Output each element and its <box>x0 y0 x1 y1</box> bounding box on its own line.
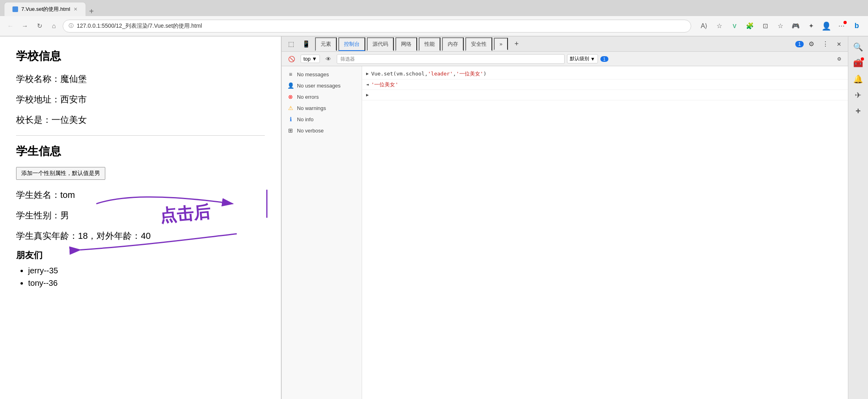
student-section-title: 学生信息 <box>16 144 265 159</box>
devtools-new-tab-button[interactable]: + <box>511 39 522 49</box>
student-name-value: tom <box>60 190 75 200</box>
messages-icon: ≡ <box>287 71 294 77</box>
main-area: 学校信息 学校名称：魔仙堡 学校地址：西安市 校长是：一位美女 学生信息 添加一… <box>0 37 868 399</box>
tool-sidebar-button[interactable]: 🧰 <box>851 56 866 70</box>
refresh-button[interactable]: ↻ <box>34 20 45 32</box>
tab-memory[interactable]: 内存 <box>442 37 464 51</box>
tab-favicon <box>12 6 18 12</box>
student-name-label: 学生姓名： <box>16 190 60 200</box>
friends-title: 朋友们 <box>16 249 265 261</box>
expand-arrow-3[interactable]: ▶ <box>366 92 369 99</box>
principal-line: 校长是：一位美女 <box>16 113 265 127</box>
user-icon: 👤 <box>287 82 294 89</box>
devtools-more-button[interactable]: ⋮ <box>819 39 832 49</box>
right-sidebar: 🔍 🧰 🔔 ✈ + <box>848 37 868 399</box>
notification-sidebar-button[interactable]: 🔔 <box>851 72 866 86</box>
principal-value: 一位美女 <box>51 115 87 125</box>
top-selector[interactable]: top ▼ <box>301 55 320 63</box>
school-section-title: 学校信息 <box>16 49 265 64</box>
tab-more[interactable]: » <box>494 38 508 50</box>
console-sidebar: ≡ No messages 👤 No user messages ⊗ No er… <box>282 66 362 399</box>
devtools-settings-button[interactable]: ⚙ <box>805 39 817 49</box>
copilot-button[interactable]: ✦ <box>805 20 817 33</box>
tab-sources[interactable]: 源代码 <box>367 37 394 51</box>
vuejs-devtools-button[interactable]: V <box>728 20 741 33</box>
filter-no-messages[interactable]: ≡ No messages <box>282 69 362 80</box>
tab-title: 7.Vue.set的使用.html <box>21 6 70 13</box>
console-line-3: ▶ <box>362 90 848 100</box>
bing-button[interactable]: b <box>850 20 863 33</box>
top-label: top <box>303 56 311 62</box>
devtools-settings-gear[interactable]: ⚙ <box>834 55 845 63</box>
tab-performance[interactable]: 性能 <box>419 37 440 51</box>
profile-button[interactable]: 👤 <box>820 20 833 33</box>
verbose-icon: ⊞ <box>287 127 294 134</box>
filter-input[interactable] <box>337 54 565 64</box>
address-text: 127.0.0.1:5500/12_列表渲染/7.Vue.set的使用.html <box>77 22 202 30</box>
console-line-1: ▶ Vue.set(vm.school,'leader','一位美女') <box>362 69 848 79</box>
filter-no-errors[interactable]: ⊗ No errors <box>282 91 362 102</box>
filter-no-user-messages[interactable]: 👤 No user messages <box>282 80 362 91</box>
home-button[interactable]: ⌂ <box>48 20 59 32</box>
active-tab[interactable]: 7.Vue.set的使用.html ✕ <box>4 2 86 16</box>
search-sidebar-button[interactable]: 🔍 <box>851 40 866 54</box>
address-bar[interactable]: ⓘ 127.0.0.1:5500/12_列表渲染/7.Vue.set的使用.ht… <box>63 20 691 33</box>
devtools-inspect-button[interactable]: ⬚ <box>285 39 297 49</box>
student-real-age: 18 <box>78 231 88 241</box>
student-age-label: 学生真实年龄： <box>16 231 78 241</box>
filter-label: No verbose <box>297 128 323 134</box>
dropdown-arrow-icon: ▼ <box>312 56 317 62</box>
read-aloud-button[interactable]: A⟩ <box>698 20 710 33</box>
notification-badge-button[interactable]: ⋯ <box>835 20 848 33</box>
filter-label: No messages <box>297 71 329 77</box>
student-gender-label: 学生性别： <box>16 210 60 220</box>
tab-elements[interactable]: 元素 <box>315 37 337 51</box>
add-gender-button[interactable]: 添加一个性别属性，默认值是男 <box>16 167 105 180</box>
games-button[interactable]: 🎮 <box>789 20 802 33</box>
collections-button[interactable]: ☆ <box>774 20 787 33</box>
student-gender-value: 男 <box>60 210 69 220</box>
page-content: 学校信息 学校名称：魔仙堡 学校地址：西安市 校长是：一位美女 学生信息 添加一… <box>0 37 281 399</box>
list-item: tony--36 <box>28 279 265 288</box>
split-button[interactable]: ⊡ <box>759 20 772 33</box>
friend-list: jerry--35 tony--36 <box>28 266 265 288</box>
expand-arrow-2[interactable]: ◄ <box>366 81 369 88</box>
school-address-line: 学校地址：西安市 <box>16 92 265 106</box>
filter-no-info[interactable]: ℹ No info <box>282 114 362 125</box>
clear-console-button[interactable]: 🚫 <box>285 55 298 63</box>
level-issue-badge: 1 <box>600 56 608 62</box>
forward-button[interactable]: → <box>19 20 31 32</box>
warning-icon: ⚠ <box>287 105 294 111</box>
red-notification-dot <box>861 57 864 61</box>
filter-no-warnings[interactable]: ⚠ No warnings <box>282 102 362 114</box>
level-selector[interactable]: 默认级别 ▼ <box>567 54 598 63</box>
student-external-age-label: ，对外年龄： <box>88 231 141 241</box>
nav-right-icons: A⟩ ☆ V 🧩 ⊡ ☆ 🎮 ✦ 👤 ⋯ b <box>698 20 863 33</box>
info-icon: ⓘ <box>69 22 74 29</box>
student-external-age: 40 <box>141 231 150 241</box>
school-address-value: 西安市 <box>60 94 87 104</box>
new-tab-button[interactable]: + <box>89 7 94 16</box>
favorites-button[interactable]: ☆ <box>713 20 726 33</box>
tab-close-icon[interactable]: ✕ <box>74 6 78 12</box>
student-gender-line: 学生性别：男 <box>16 208 265 222</box>
tab-network[interactable]: 网络 <box>395 37 417 51</box>
devtools-device-button[interactable]: 📱 <box>299 39 313 49</box>
tab-security[interactable]: 安全性 <box>465 37 492 51</box>
devtools-panel: ⬚ 📱 元素 控制台 源代码 网络 性能 内存 安全性 » + 1 ⚙ ⋮ ✕ … <box>281 37 848 399</box>
filter-label: No user messages <box>297 83 340 89</box>
back-button[interactable]: ← <box>5 20 16 32</box>
eye-button[interactable]: 👁 <box>322 55 334 63</box>
console-line-2: ◄ '一位美女' <box>362 79 848 90</box>
filter-label: No info <box>297 116 313 122</box>
student-age-line: 学生真实年龄：18，对外年龄：40 <box>16 229 265 243</box>
level-dropdown-icon: ▼ <box>590 56 595 62</box>
expand-arrow-1[interactable]: ▶ <box>366 71 369 77</box>
devtools-close-button[interactable]: ✕ <box>833 40 845 49</box>
send-sidebar-button[interactable]: ✈ <box>851 88 866 102</box>
add-sidebar-button[interactable]: + <box>851 104 866 118</box>
tab-console[interactable]: 控制台 <box>338 37 365 51</box>
extensions-button[interactable]: 🧩 <box>743 20 756 33</box>
devtools-body: ≡ No messages 👤 No user messages ⊗ No er… <box>282 66 848 399</box>
filter-no-verbose[interactable]: ⊞ No verbose <box>282 125 362 136</box>
